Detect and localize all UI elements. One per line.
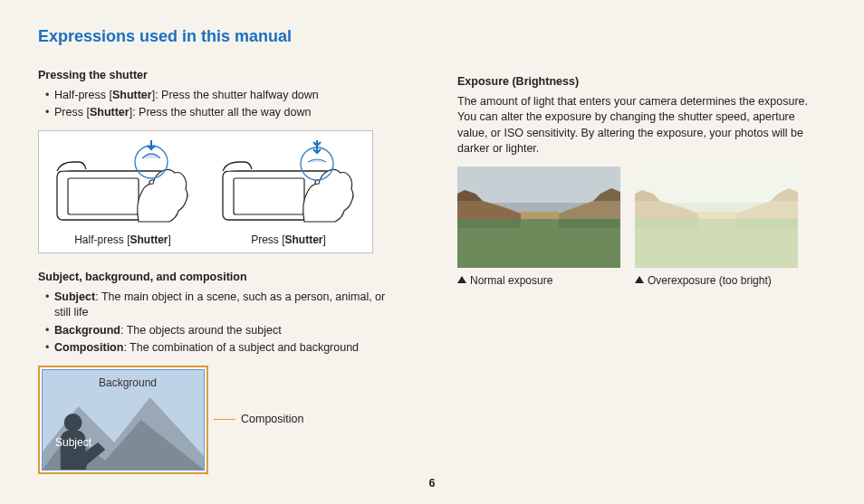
exposure-photo-row: Normal exposure	[457, 166, 822, 289]
composition-frame: Background Subject	[38, 366, 208, 474]
river-photo-over-icon	[635, 166, 798, 268]
subject-heading: Subject, background, and composition	[38, 270, 403, 286]
page-title: Expressions used in this manual	[38, 25, 403, 48]
overexposure-item: Overexposure (too bright)	[635, 166, 798, 289]
shutter-full-press-figure: Press [Shutter]	[217, 140, 360, 248]
svg-rect-23	[635, 203, 798, 219]
camera-full-press-icon	[217, 140, 360, 227]
composition-pointer-line	[214, 419, 235, 420]
svg-marker-28	[771, 188, 798, 201]
svg-rect-22	[635, 166, 798, 217]
triangle-up-icon	[635, 276, 644, 283]
svg-point-11	[64, 414, 82, 432]
camera-half-press-icon	[52, 140, 195, 227]
svg-rect-24	[635, 217, 798, 268]
composition-label: Composition	[241, 412, 303, 428]
svg-marker-26	[635, 190, 660, 201]
shutter-bullet-1: Half-press [Shutter]: Press the shutter …	[45, 88, 403, 104]
triangle-up-icon	[457, 276, 466, 283]
shutter-diagram-frame: Half-press [Shutter]	[38, 130, 373, 254]
normal-exposure-caption: Normal exposure	[457, 273, 620, 289]
svg-rect-31	[736, 219, 798, 228]
svg-rect-1	[68, 178, 139, 214]
svg-rect-21	[559, 219, 620, 228]
shutter-full-press-caption: Press [Shutter]	[217, 233, 360, 248]
exposure-paragraph: The amount of light that enters your cam…	[457, 94, 822, 157]
composition-diagram: Background Subject Composition	[38, 366, 403, 474]
left-column: Expressions used in this manual Pressing…	[38, 25, 403, 474]
river-photo-normal-icon	[457, 166, 620, 268]
right-column: Exposure (Brightness) The amount of ligh…	[457, 25, 822, 474]
overexposure-photo	[635, 166, 798, 268]
subject-label: Subject	[55, 435, 91, 451]
subject-bullet-2: Background: The objects around the subje…	[45, 323, 403, 339]
shutter-half-press-figure: Half-press [Shutter]	[52, 140, 195, 248]
normal-exposure-item: Normal exposure	[457, 166, 620, 289]
subject-bullets: Subject: The main object in a scene, suc…	[38, 290, 403, 357]
svg-rect-30	[635, 219, 698, 228]
svg-marker-27	[736, 192, 798, 219]
svg-rect-29	[698, 212, 736, 219]
svg-marker-25	[635, 194, 698, 219]
manual-page: Expressions used in this manual Pressing…	[0, 0, 864, 474]
svg-rect-6	[234, 178, 304, 214]
exposure-heading: Exposure (Brightness)	[457, 74, 822, 90]
shutter-half-press-caption: Half-press [Shutter]	[52, 233, 195, 248]
subject-bullet-3: Composition: The combination of a subjec…	[45, 340, 403, 357]
subject-bullet-1: Subject: The main object in a scene, suc…	[45, 290, 403, 321]
normal-exposure-photo	[457, 166, 620, 268]
page-number: 6	[0, 476, 864, 492]
shutter-heading: Pressing the shutter	[38, 68, 403, 84]
svg-rect-20	[457, 219, 521, 228]
shutter-bullets: Half-press [Shutter]: Press the shutter …	[38, 88, 403, 121]
background-label: Background	[99, 376, 157, 391]
svg-rect-19	[521, 212, 559, 219]
overexposure-caption: Overexposure (too bright)	[635, 273, 798, 289]
shutter-bullet-2: Press [Shutter]: Press the shutter all t…	[45, 105, 403, 121]
